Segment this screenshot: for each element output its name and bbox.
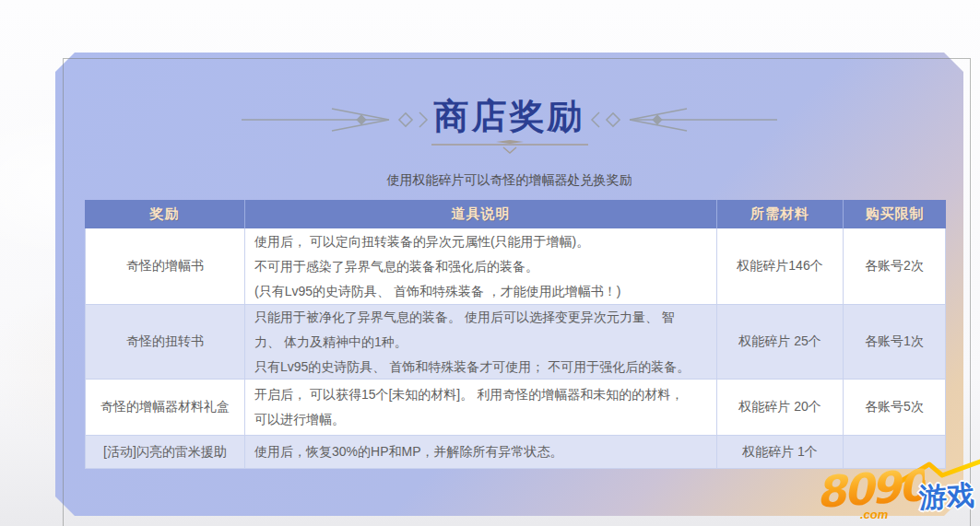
reward-name-cell: 奇怪的扭转书 bbox=[86, 305, 244, 379]
reward-name-cell: 奇怪的增幅器材料礼盒 bbox=[86, 380, 244, 435]
header-materials: 所需材料 bbox=[716, 200, 843, 228]
table-body: 奇怪的增幅书 使用后， 可以定向扭转装备的异次元属性(只能用于增幅)。不可用于感… bbox=[85, 228, 946, 469]
title-ornament-right-icon bbox=[584, 103, 777, 136]
description-line: (只有Lv95的史诗防具、 首饰和特殊装备 ，才能使用此增幅书！) bbox=[254, 279, 620, 304]
header-reward: 奖励 bbox=[85, 200, 244, 228]
description-line: 只有Lv95的史诗防具、 首饰和特殊装备才可使用； 不可用于强化后的装备。 bbox=[254, 355, 690, 380]
rewards-table: 奖励 道具说明 所需材料 购买限制 奇怪的增幅书 使用后， 可以定向扭转装备的异… bbox=[85, 200, 946, 469]
description-cell: 使用后，恢复30%的HP和MP，并解除所有异常状态。 bbox=[244, 436, 716, 468]
header-limit: 购买限制 bbox=[843, 200, 946, 228]
reward-name-cell: 奇怪的增幅书 bbox=[86, 228, 244, 304]
table-row: 奇怪的扭转书 只能用于被净化了异界气息的装备。 使用后可以选择变更异次元力量、 … bbox=[86, 304, 945, 379]
description-line: 力、 体力及精神中的1种。 bbox=[254, 330, 407, 355]
description-line: 只能用于被净化了异界气息的装备。 使用后可以选择变更异次元力量、 智 bbox=[254, 305, 675, 330]
reward-name-cell: [活动]闪亮的雷米援助 bbox=[86, 436, 244, 468]
description-line: 开启后， 可以获得15个[未知的材料]。 利用奇怪的增幅器和未知的的材料， bbox=[254, 382, 683, 407]
limit-cell: 各账号1次 bbox=[843, 305, 945, 379]
materials-cell: 权能碎片 20个 bbox=[716, 380, 843, 435]
materials-cell: 权能碎片146个 bbox=[716, 228, 843, 304]
logo-domain: .com bbox=[860, 508, 888, 521]
table-row: 奇怪的增幅器材料礼盒 开启后， 可以获得15个[未知的材料]。 利用奇怪的增幅器… bbox=[86, 379, 945, 435]
page-title: 商店奖励 bbox=[0, 93, 980, 140]
header-description: 道具说明 bbox=[244, 200, 716, 228]
logo-game-text: 游戏 bbox=[918, 476, 975, 517]
description-cell: 只能用于被净化了异界气息的装备。 使用后可以选择变更异次元力量、 智力、 体力及… bbox=[244, 305, 716, 379]
materials-cell: 权能碎片 25个 bbox=[716, 305, 843, 379]
limit-cell: 各账号5次 bbox=[843, 380, 945, 435]
description-line: 使用后，恢复30%的HP和MP，并解除所有异常状态。 bbox=[254, 439, 562, 464]
description-line: 可以进行增幅。 bbox=[254, 407, 345, 432]
title-ornament-left-icon bbox=[242, 103, 435, 136]
subtitle: 使用权能碎片可以奇怪的增幅器处兑换奖励 bbox=[0, 172, 980, 189]
page: 商店奖励 使用权能 bbox=[0, 0, 980, 526]
limit-cell: 各账号2次 bbox=[843, 228, 945, 304]
description-line: 使用后， 可以定向扭转装备的异次元属性(只能用于增幅)。 bbox=[254, 229, 589, 254]
description-cell: 开启后， 可以获得15个[未知的材料]。 利用奇怪的增幅器和未知的的材料，可以进… bbox=[244, 380, 716, 435]
table-row: 奇怪的增幅书 使用后， 可以定向扭转装备的异次元属性(只能用于增幅)。不可用于感… bbox=[86, 228, 945, 304]
title-underline-ornament-icon bbox=[431, 138, 588, 157]
description-cell: 使用后， 可以定向扭转装备的异次元属性(只能用于增幅)。不可用于感染了异界气息的… bbox=[244, 228, 716, 304]
table-header-row: 奖励 道具说明 所需材料 购买限制 bbox=[85, 200, 946, 228]
description-line: 不可用于感染了异界气息的装备和强化后的装备。 bbox=[254, 254, 538, 279]
site-logo[interactable]: 8090 .com 游戏 bbox=[816, 458, 980, 526]
